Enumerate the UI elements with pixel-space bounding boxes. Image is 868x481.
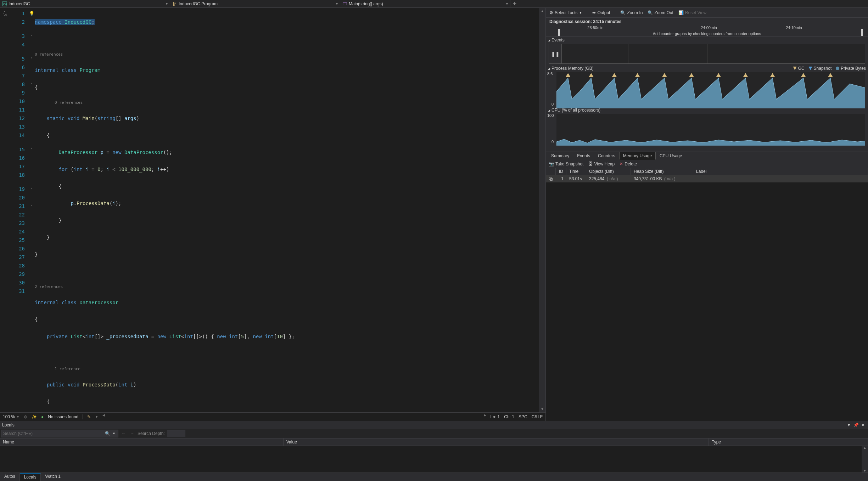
fold-toggle[interactable]: ˅ [31,148,33,152]
scroll-up-arrow[interactable]: ▲ [539,8,545,14]
indent-mode[interactable]: SPC [519,414,527,419]
reset-view-button[interactable]: 📊 Reset View [678,10,706,15]
cursor-char[interactable]: Ch: 1 [504,414,514,419]
cursor-line[interactable]: Ln: 1 [491,414,500,419]
legend-snapshot: Snapshot [809,66,832,71]
snapshot-id: 1 [556,175,566,182]
col-time[interactable]: Time [566,168,586,175]
tab-autos[interactable]: Autos [0,473,20,481]
issues-status[interactable]: No issues found [48,414,78,419]
code-editor: {⊕ 1 2 3 4 5 6 7 8 9 10 11 12 [0,8,545,421]
col-id[interactable]: ID [556,168,566,175]
ruler-hint: Add counter graphs by checking counters … [546,32,868,36]
pen-icon[interactable]: ✎ [87,414,91,419]
codelens-references[interactable]: 1 reference [35,366,539,372]
tab-summary[interactable]: Summary [547,152,573,160]
svg-rect-2 [343,2,347,5]
fold-toggle[interactable]: ˅ [31,83,33,86]
col-name[interactable]: Name [0,438,284,446]
chevron-down-icon[interactable]: ▼ [95,415,98,419]
codelens-references[interactable]: 2 references [35,284,539,290]
diagnostics-panel: ⚙ Select Tools ▼ ➡ Output 🔍 Zoom In 🔍 Zo… [545,8,868,421]
snapshot-label[interactable] [693,175,868,182]
cpu-graph[interactable]: 100 0 100 0 [556,114,865,143]
col-label[interactable]: Label [693,168,868,175]
svg-marker-3 [566,73,570,77]
search-next-button[interactable]: → [129,431,135,436]
memory-graph[interactable]: 8.6 0 8.6 0 [556,72,865,106]
col-type[interactable]: Type [709,438,868,446]
lightbulb-suggestions-icon[interactable]: ✨ [32,414,37,419]
output-button[interactable]: ➡ Output [592,10,610,15]
search-prev-button[interactable]: ← [121,431,127,436]
pin-icon[interactable]: 📌 [853,422,859,428]
zoom-out-button[interactable]: 🔍 Zoom Out [648,10,673,15]
locals-panel: Locals ▾ 📌 ✕ 🔍 ▼ ← → Search Depth: Name … [0,421,868,472]
pause-events-button[interactable]: ❚❚ [549,44,562,63]
diagnostics-toolbar: ⚙ Select Tools ▼ ➡ Output 🔍 Zoom In 🔍 Zo… [546,8,868,18]
search-field[interactable] [3,431,104,436]
tab-watch1[interactable]: Watch 1 [41,473,65,481]
error-indicator-icon[interactable]: ⊘ [24,414,27,419]
tab-cpu-usage[interactable]: CPU Usage [656,152,686,160]
delete-snapshot-button[interactable]: ✕ Delete [620,162,637,166]
svg-marker-4 [589,73,593,77]
class-icon [172,1,177,6]
horizontal-scrollbar[interactable]: ◀ ▶ [102,415,486,419]
search-depth-combo[interactable] [167,430,185,437]
nav-method-label: Main(string[] args) [349,1,383,6]
diagnostics-tabs: Summary Events Counters Memory Usage CPU… [546,152,868,160]
time-ruler[interactable]: 23:50min 24:00min 24:10min Add counter g… [546,26,868,37]
split-editor-button[interactable]: ✚ [510,0,519,7]
events-section-header[interactable]: ◢ Events [546,37,868,43]
view-heap-button[interactable]: 🗄 View Heap [588,162,615,166]
select-tools-button[interactable]: ⚙ Select Tools ▼ [549,10,582,15]
col-value[interactable]: Value [284,438,709,446]
events-graph[interactable]: ❚❚ [549,44,865,64]
codelens-references[interactable]: 0 references [35,52,539,57]
locals-search-bar: 🔍 ▼ ← → Search Depth: [0,429,868,438]
nav-method-dropdown[interactable]: Main(string[] args) ▼ [340,0,510,7]
nav-namespace-dropdown[interactable]: C# InducedGC ▼ [0,0,170,7]
fold-toggle[interactable]: ˅ [31,57,33,61]
tab-memory-usage[interactable]: Memory Usage [619,152,656,160]
locals-title: Locals [2,423,15,428]
window-position-icon[interactable]: ▾ [846,422,852,428]
scroll-down-arrow[interactable]: ▼ [539,406,545,412]
take-snapshot-button[interactable]: 📷 Take Snapshot [549,162,583,166]
tab-counters[interactable]: Counters [594,152,619,160]
lightbulb-icon[interactable]: 💡 [29,11,34,16]
fold-toggle[interactable]: ˅ [31,34,33,38]
col-objects[interactable]: Objects (Diff) [586,168,631,175]
editor-vertical-scrollbar[interactable]: ▲ ▼ [539,8,545,412]
memory-section-header[interactable]: ◢ Process Memory (GB) GC Snapshot Privat… [546,65,868,72]
zoom-level[interactable]: 100 % ▼ [3,414,19,419]
editor-status-bar: 100 % ▼ ⊘ ✨ ● No issues found ✎ ▼ ◀ ▶ Ln… [0,412,545,421]
tab-events[interactable]: Events [573,152,594,160]
snapshot-heap-size: 349,731.00 KB ( n/a ) [631,175,693,182]
zoom-in-button[interactable]: 🔍 Zoom In [620,10,643,15]
chevron-down-icon[interactable]: ▼ [111,432,117,435]
codelens-references[interactable]: 0 references [35,100,539,106]
svg-marker-9 [716,73,721,77]
locals-table-body[interactable]: ▲ ▼ [0,446,868,472]
col-heap-size[interactable]: Heap Size (Diff) [631,168,693,175]
code-text[interactable]: namespace InducedGC; 0 references intern… [35,8,539,412]
snapshot-row[interactable]: 1 53.01s 325,484 ( n/a ) 349,731.00 KB (… [546,175,868,182]
svg-marker-10 [743,73,748,77]
line-ending[interactable]: CRLF [532,414,543,419]
locals-scrollbar[interactable]: ▲ ▼ [862,446,868,472]
svg-marker-11 [770,73,775,77]
search-icon[interactable]: 🔍 [104,431,111,436]
fold-toggle[interactable]: ˅ [31,204,33,208]
ruler-label: 23:50min [587,26,603,30]
legend-private-bytes: Private Bytes [836,66,866,71]
close-icon: ✕ [620,162,623,166]
nav-class-dropdown[interactable]: InducedGC.Program ▼ [170,0,340,7]
snapshot-row-icon [546,175,556,182]
bottom-tool-tabs: Autos Locals Watch 1 [0,472,868,481]
locals-search-input[interactable]: 🔍 ▼ [1,430,118,437]
fold-toggle[interactable]: ˅ [31,187,33,191]
tab-locals[interactable]: Locals [20,473,41,481]
close-icon[interactable]: ✕ [860,422,866,428]
